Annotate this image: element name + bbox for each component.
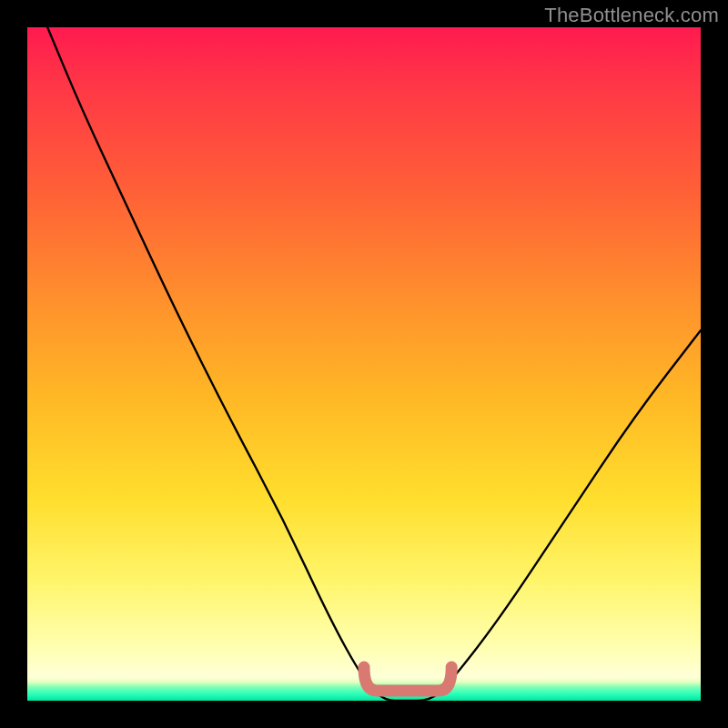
curve-svg: [27, 27, 701, 701]
watermark-label: TheBottleneck.com: [544, 4, 719, 27]
curve-path: [47, 27, 701, 701]
highlight-path: [364, 667, 451, 691]
bottleneck-curve: [47, 27, 701, 701]
flat-bottom-highlight: [364, 667, 451, 691]
chart-frame: TheBottleneck.com: [0, 0, 728, 728]
plot-area: [27, 27, 701, 701]
